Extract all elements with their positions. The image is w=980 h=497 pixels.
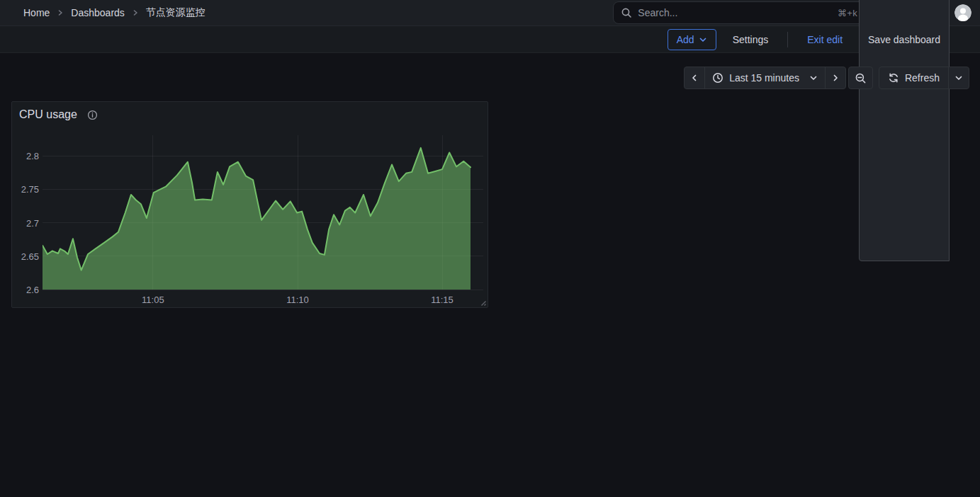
refresh-interval-button[interactable] [948, 67, 969, 88]
x-tick-label: 11:05 [132, 295, 174, 305]
dashboard-edit-toolbar: Add Settings Exit edit Save dashboard [0, 26, 980, 53]
x-tick-label: 11:10 [276, 295, 319, 305]
y-tick-label: 2.65 [12, 251, 39, 262]
save-dashboard-label: Save dashboard [868, 34, 940, 45]
cpu-usage-panel[interactable]: CPU usage 2.62.652.72.752.8 11:0511:1011… [11, 101, 488, 308]
time-controls: Last 15 minutes [684, 67, 969, 89]
y-tick-label: 2.8 [12, 151, 39, 161]
time-range-label: Last 15 minutes [729, 72, 799, 84]
x-tick-label: 11:15 [421, 295, 463, 305]
settings-button-label: Settings [733, 34, 769, 45]
time-shift-back-button[interactable] [685, 67, 704, 88]
chevron-down-icon [809, 74, 818, 82]
breadcrumb-dashboard-name[interactable]: 节点资源监控 [146, 6, 205, 19]
exit-edit-button[interactable]: Exit edit [798, 29, 852, 50]
breadcrumb: Home Dashboards 节点资源监控 [23, 6, 205, 19]
panel-title: CPU usage [19, 108, 77, 121]
chevron-right-icon [131, 8, 140, 17]
panel-resize-handle[interactable] [478, 298, 487, 307]
info-icon[interactable] [87, 110, 98, 120]
time-range-picker-button[interactable]: Last 15 minutes [704, 67, 825, 88]
cpu-chart-plot[interactable] [43, 135, 483, 290]
refresh-icon [888, 72, 899, 84]
zoom-out-time-button[interactable] [849, 67, 872, 88]
refresh-group: Refresh [879, 67, 969, 89]
y-tick-label: 2.7 [12, 218, 39, 229]
refresh-button[interactable]: Refresh [879, 67, 948, 88]
time-shift-forward-button[interactable] [825, 67, 845, 88]
time-range-group: Last 15 minutes [684, 67, 846, 89]
zoom-out-group [848, 67, 873, 89]
add-panel-button[interactable]: Add [668, 29, 716, 50]
refresh-label: Refresh [905, 72, 940, 84]
chevron-down-icon [699, 35, 707, 44]
y-tick-label: 2.6 [12, 285, 39, 295]
breadcrumb-home[interactable]: Home [23, 7, 50, 18]
search-icon [621, 7, 632, 18]
clock-icon [712, 72, 723, 84]
chevron-right-icon [56, 8, 64, 17]
settings-button[interactable]: Settings [723, 29, 778, 50]
add-button-label: Add [677, 34, 694, 45]
y-tick-label: 2.75 [12, 184, 39, 195]
panel-header[interactable]: CPU usage [12, 102, 488, 127]
search-box[interactable]: ⌘+k [613, 1, 865, 24]
top-nav-bar: Home Dashboards 节点资源监控 ⌘+k + [0, 0, 980, 26]
cpu-series-area [43, 148, 471, 290]
exit-edit-label: Exit edit [807, 34, 843, 45]
toolbar-divider [787, 32, 788, 47]
search-shortcut-hint: ⌘+k [838, 8, 858, 18]
breadcrumb-dashboards[interactable]: Dashboards [71, 7, 125, 18]
search-input[interactable] [638, 7, 831, 18]
dashboard-canvas: Last 15 minutes [0, 53, 980, 497]
